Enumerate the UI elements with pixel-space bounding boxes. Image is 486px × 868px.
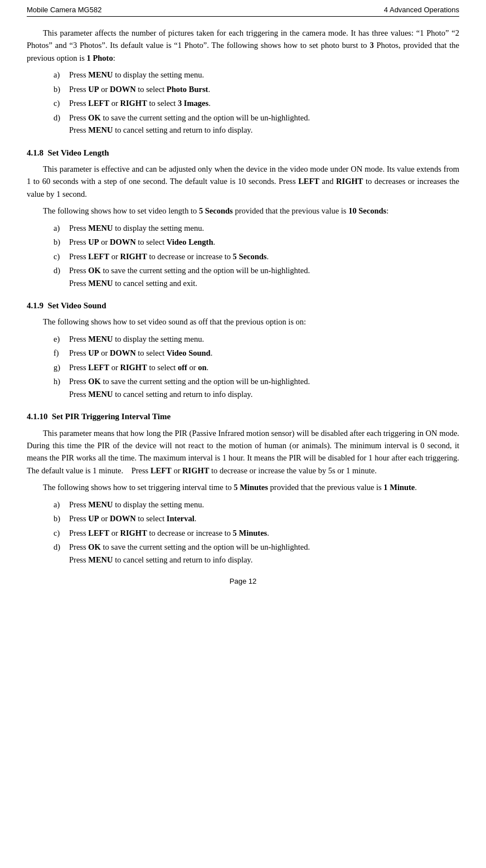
bold-ok: OK <box>88 542 101 551</box>
bold-down: DOWN <box>110 348 136 357</box>
section-419-title: Set Video Sound <box>48 301 106 310</box>
list-item: f) Press UP or DOWN to select Video Soun… <box>54 347 459 359</box>
bold-right: RIGHT <box>120 363 147 372</box>
list-item: a) Press MENU to display the setting men… <box>54 498 459 511</box>
bold-1min: 1 Minute <box>383 483 415 492</box>
bold-videosound: Video Sound <box>167 348 211 357</box>
section-419-heading: 4.1.9 Set Video Sound <box>27 299 459 312</box>
bold-5seconds: 5 Seconds <box>199 206 233 215</box>
bold-down: DOWN <box>110 514 136 523</box>
list-item: d) Press OK to save the current setting … <box>54 264 459 289</box>
page-footer: Page 12 <box>27 577 459 585</box>
bold-up: UP <box>88 348 99 357</box>
list-item: h) Press OK to save the current setting … <box>54 375 459 400</box>
pir-para2: The following shows how to set triggerin… <box>27 481 459 493</box>
bold-menu: MENU <box>88 224 113 232</box>
bold-5min: 5 Minutes <box>234 483 268 492</box>
photo-burst-list: a) Press MENU to display the setting men… <box>54 69 459 136</box>
list-item: a) Press MENU to display the setting men… <box>54 222 459 234</box>
list-item: d) Press OK to save the current setting … <box>54 541 459 566</box>
bold-photoburst: Photo Burst <box>167 85 208 94</box>
bold-right: RIGHT <box>120 99 147 108</box>
section-418-heading: 4.1.8 Set Video Length <box>27 147 459 159</box>
list-item: c) Press LEFT or RIGHT to decrease or in… <box>54 527 459 539</box>
bold-right: RIGHT <box>120 528 147 537</box>
list-item: d) Press OK to save the current setting … <box>54 111 459 137</box>
bold-left: LEFT <box>88 363 109 372</box>
bold-1photo: 1 Photo <box>87 54 113 62</box>
bold-10seconds: 10 Seconds <box>348 206 386 215</box>
page-header: Mobile Camera MG582 4 Advanced Operation… <box>27 6 459 17</box>
bold-menu: MENU <box>88 500 113 509</box>
bold-menu: MENU <box>88 70 113 79</box>
bold-left: LEFT <box>88 528 109 537</box>
bold-3images: 3 Images <box>178 99 208 108</box>
section-4110-title: Set PIR Triggering Interval Time <box>52 412 171 421</box>
bold-down: DOWN <box>110 85 136 94</box>
bold-3: 3 <box>370 41 373 50</box>
list-item: b) Press UP or DOWN to select Video Leng… <box>54 236 459 248</box>
bold-left: LEFT <box>298 177 319 186</box>
bold-interval: Interval <box>167 514 195 523</box>
section-419-number: 4.1.9 <box>27 301 43 310</box>
bold-5minutes: 5 Minutes <box>233 528 268 537</box>
header-left: Mobile Camera MG582 <box>27 6 101 14</box>
bold-right: RIGHT <box>182 466 209 475</box>
bold-up: UP <box>88 514 99 523</box>
bold-menu: MENU <box>88 279 113 288</box>
section-418-title: Set Video Length <box>48 148 109 157</box>
bold-left: LEFT <box>88 252 109 261</box>
list-item: e) Press MENU to display the setting men… <box>54 333 459 345</box>
intro-paragraph: This parameter affects the number of pic… <box>27 27 459 64</box>
list-item: c) Press LEFT or RIGHT to decrease or in… <box>54 250 459 263</box>
bold-right: RIGHT <box>120 252 147 261</box>
bold-on: on <box>198 363 206 372</box>
video-length-para2: The following shows how to set video len… <box>27 205 459 217</box>
list-item: g) Press LEFT or RIGHT to select off or … <box>54 361 459 374</box>
video-sound-para: The following shows how to set video sou… <box>27 316 459 328</box>
bold-menu: MENU <box>88 555 113 564</box>
list-item: b) Press UP or DOWN to select Interval. <box>54 512 459 525</box>
bold-down: DOWN <box>110 237 136 246</box>
bold-menu: MENU <box>88 125 113 134</box>
list-item: c) Press LEFT or RIGHT to select 3 Image… <box>54 97 459 109</box>
bold-left: LEFT <box>88 99 109 108</box>
page-content: This parameter affects the number of pic… <box>27 27 459 566</box>
bold-up: UP <box>88 85 99 94</box>
video-sound-list: e) Press MENU to display the setting men… <box>54 333 459 400</box>
bold-ok: OK <box>88 377 101 386</box>
bold-menu: MENU <box>88 334 113 343</box>
section-418-number: 4.1.8 <box>27 148 43 157</box>
page-container: Mobile Camera MG582 4 Advanced Operation… <box>0 0 486 868</box>
bold-right: RIGHT <box>336 177 363 186</box>
bold-up: UP <box>88 237 99 246</box>
bold-menu: MENU <box>88 390 113 399</box>
bold-off: off <box>178 363 187 372</box>
section-4110-number: 4.1.10 <box>27 412 48 421</box>
bold-ok: OK <box>88 113 101 122</box>
bold-videolength: Video Length <box>167 237 213 246</box>
page-number: Page 12 <box>230 577 256 585</box>
video-length-list: a) Press MENU to display the setting men… <box>54 222 459 289</box>
list-item: a) Press MENU to display the setting men… <box>54 69 459 81</box>
video-length-para: This parameter is effective and can be a… <box>27 163 459 200</box>
header-right: 4 Advanced Operations <box>384 6 459 14</box>
section-4110-heading: 4.1.10 Set PIR Triggering Interval Time <box>27 410 459 423</box>
bold-5sec: 5 Seconds <box>233 252 267 261</box>
interval-list: a) Press MENU to display the setting men… <box>54 498 459 566</box>
pir-para1: This parameter means that how long the P… <box>27 427 459 477</box>
bold-left: LEFT <box>150 466 172 475</box>
list-item: b) Press UP or DOWN to select Photo Burs… <box>54 83 459 95</box>
bold-ok: OK <box>88 266 101 275</box>
